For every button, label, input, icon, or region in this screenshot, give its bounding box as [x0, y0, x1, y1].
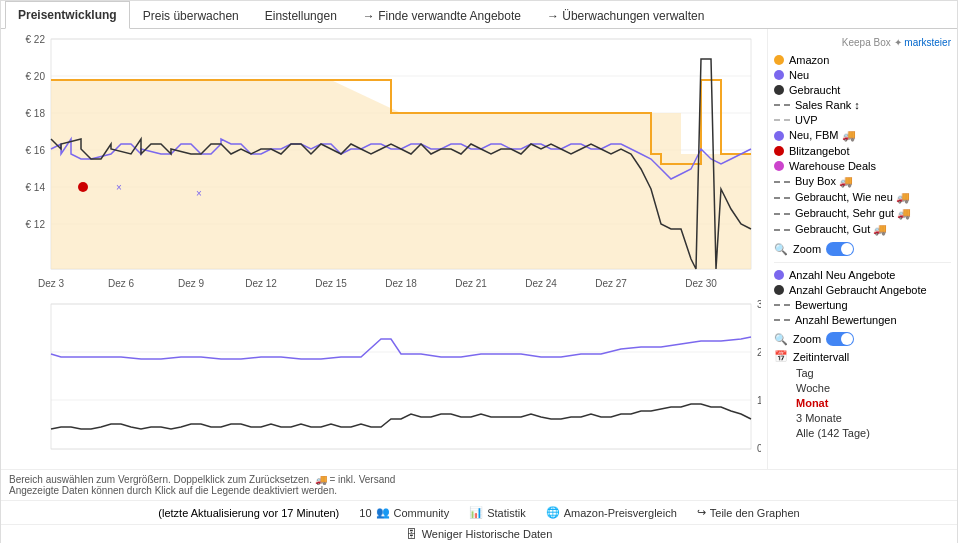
warehouse-dot: [774, 161, 784, 171]
zoom2-toggle[interactable]: [826, 332, 854, 346]
legend-uvp-label: UVP: [795, 114, 818, 126]
zeit-options: Tag Woche Monat 3 Monate Alle (142 Tage): [794, 366, 951, 440]
sales-rank-line: [774, 104, 790, 106]
neu-fbm-dot: [774, 131, 784, 141]
svg-text:×: ×: [196, 188, 202, 199]
svg-text:Dez 3: Dez 3: [38, 278, 65, 289]
zoom-row-2: 🔍 Zoom: [774, 332, 951, 346]
preisvergleich-action[interactable]: 🌐 Amazon-Preisvergleich: [546, 506, 677, 519]
bottom-actions: (letzte Aktualisierung vor 17 Minuten) 1…: [1, 500, 957, 524]
neu-dot: [774, 70, 784, 80]
gebraucht-dot: [774, 85, 784, 95]
svg-text:€ 12: € 12: [26, 219, 46, 230]
legend-sehr-gut-label: Gebraucht, Sehr gut 🚚: [795, 207, 911, 220]
svg-text:Dez 27: Dez 27: [595, 278, 627, 289]
teile-icon: ↪: [697, 506, 706, 519]
svg-text:Dez 9: Dez 9: [178, 278, 205, 289]
preisvergleich-icon: 🌐: [546, 506, 560, 519]
svg-text:€ 20: € 20: [26, 71, 46, 82]
tab-überwachungen[interactable]: → Überwachungen verwalten: [534, 2, 717, 29]
zeit-woche[interactable]: Woche: [794, 381, 951, 395]
statistik-action[interactable]: 📊 Statistik: [469, 506, 526, 519]
zeit-3monate[interactable]: 3 Monate: [794, 411, 951, 425]
teile-action[interactable]: ↪ Teile den Graphen: [697, 506, 800, 519]
svg-text:Dez 15: Dez 15: [315, 278, 347, 289]
legend-gut[interactable]: Gebraucht, Gut 🚚: [774, 223, 951, 236]
legend-gebraucht-label: Gebraucht: [789, 84, 840, 96]
historische-icon: 🗄: [406, 528, 417, 540]
zeitintervall-label: Zeitintervall: [793, 351, 849, 363]
svg-text:€ 14: € 14: [26, 182, 46, 193]
community-action[interactable]: 10 👥 Community: [359, 506, 449, 519]
historische-daten-row[interactable]: 🗄 Weniger Historische Daten: [1, 524, 957, 543]
legend-uvp[interactable]: UVP: [774, 114, 951, 126]
legend-anzahl-bewertungen[interactable]: Anzahl Bewertungen: [774, 314, 951, 326]
gut-line: [774, 229, 790, 231]
chart-area: € 22 € 20 € 18 € 16 € 14 € 12: [1, 29, 767, 469]
legend-anzahl-gebraucht-label: Anzahl Gebraucht Angebote: [789, 284, 927, 296]
svg-text:Dez 12: Dez 12: [245, 278, 277, 289]
tab-einstellungen[interactable]: Einstellungen: [252, 2, 350, 29]
marksteier-link[interactable]: marksteier: [904, 37, 951, 48]
legend-bewertung-label: Bewertung: [795, 299, 848, 311]
community-label: Community: [394, 507, 450, 519]
legend-blitz[interactable]: Blitzangebot: [774, 145, 951, 157]
zoom-row-1: 🔍 Zoom: [774, 242, 951, 256]
buybox-line: [774, 181, 790, 183]
legend-buybox-label: Buy Box 🚚: [795, 175, 853, 188]
sehr-gut-line: [774, 213, 790, 215]
community-icon: 👥: [376, 506, 390, 519]
legend-anzahl-neu-label: Anzahl Neu Angebote: [789, 269, 895, 281]
legend-wie-neu[interactable]: Gebraucht, Wie neu 🚚: [774, 191, 951, 204]
legend-amazon-label: Amazon: [789, 54, 829, 66]
search-icon-2: 🔍: [774, 333, 788, 346]
zoom1-toggle[interactable]: [826, 242, 854, 256]
zeit-monat[interactable]: Monat: [794, 396, 951, 410]
legend-warehouse[interactable]: Warehouse Deals: [774, 160, 951, 172]
zeit-alle[interactable]: Alle (142 Tage): [794, 426, 951, 440]
preisvergleich-label: Amazon-Preisvergleich: [564, 507, 677, 519]
legend-gebraucht[interactable]: Gebraucht: [774, 84, 951, 96]
offer-chart[interactable]: 30 20 10 0: [1, 299, 761, 469]
price-chart[interactable]: € 22 € 20 € 18 € 16 € 14 € 12: [1, 29, 761, 299]
bottom-line2: Angezeigte Daten können durch Klick auf …: [9, 485, 949, 496]
legend-panel: Keepa Box ✦ marksteier Amazon Neu Gebrau…: [767, 29, 957, 469]
zeitintervall-row: 📅 Zeitintervall: [774, 350, 951, 363]
svg-text:€ 16: € 16: [26, 145, 46, 156]
legend-bewertung[interactable]: Bewertung: [774, 299, 951, 311]
zoom2-label: Zoom: [793, 333, 821, 345]
tab-preisentwicklung[interactable]: Preisentwicklung: [5, 1, 130, 29]
zeit-tag[interactable]: Tag: [794, 366, 951, 380]
historische-label: Weniger Historische Daten: [422, 528, 553, 540]
svg-text:30: 30: [757, 299, 761, 310]
legend-wie-neu-label: Gebraucht, Wie neu 🚚: [795, 191, 910, 204]
legend-anzahl-neu[interactable]: Anzahl Neu Angebote: [774, 269, 951, 281]
anzahl-neu-dot: [774, 270, 784, 280]
svg-point-14: [78, 182, 88, 192]
legend-sehr-gut[interactable]: Gebraucht, Sehr gut 🚚: [774, 207, 951, 220]
svg-text:€ 18: € 18: [26, 108, 46, 119]
search-icon-1: 🔍: [774, 243, 788, 256]
bottom-info: Bereich auswählen zum Vergrößern. Doppel…: [1, 469, 957, 500]
legend-sales-rank[interactable]: Sales Rank ↕: [774, 99, 951, 111]
statistik-label: Statistik: [487, 507, 526, 519]
main-container: Preisentwicklung Preis überwachen Einste…: [0, 0, 958, 543]
svg-text:×: ×: [116, 182, 122, 193]
blitz-dot: [774, 146, 784, 156]
legend-neu-fbm[interactable]: Neu, FBM 🚚: [774, 129, 951, 142]
svg-text:Dez 30: Dez 30: [685, 278, 717, 289]
anzahl-gebraucht-dot: [774, 285, 784, 295]
legend-anzahl-bewertungen-label: Anzahl Bewertungen: [795, 314, 897, 326]
community-number: 10: [359, 507, 371, 519]
legend-neu[interactable]: Neu: [774, 69, 951, 81]
svg-text:Dez 18: Dez 18: [385, 278, 417, 289]
zoom1-label: Zoom: [793, 243, 821, 255]
teile-label: Teile den Graphen: [710, 507, 800, 519]
legend-anzahl-gebraucht[interactable]: Anzahl Gebraucht Angebote: [774, 284, 951, 296]
legend-amazon[interactable]: Amazon: [774, 54, 951, 66]
keepa-box-text: Keepa Box: [842, 37, 891, 48]
tab-bar: Preisentwicklung Preis überwachen Einste…: [1, 1, 957, 29]
legend-buybox[interactable]: Buy Box 🚚: [774, 175, 951, 188]
tab-verwandte[interactable]: → Finde verwandte Angebote: [350, 2, 534, 29]
tab-preis-überwachen[interactable]: Preis überwachen: [130, 2, 252, 29]
